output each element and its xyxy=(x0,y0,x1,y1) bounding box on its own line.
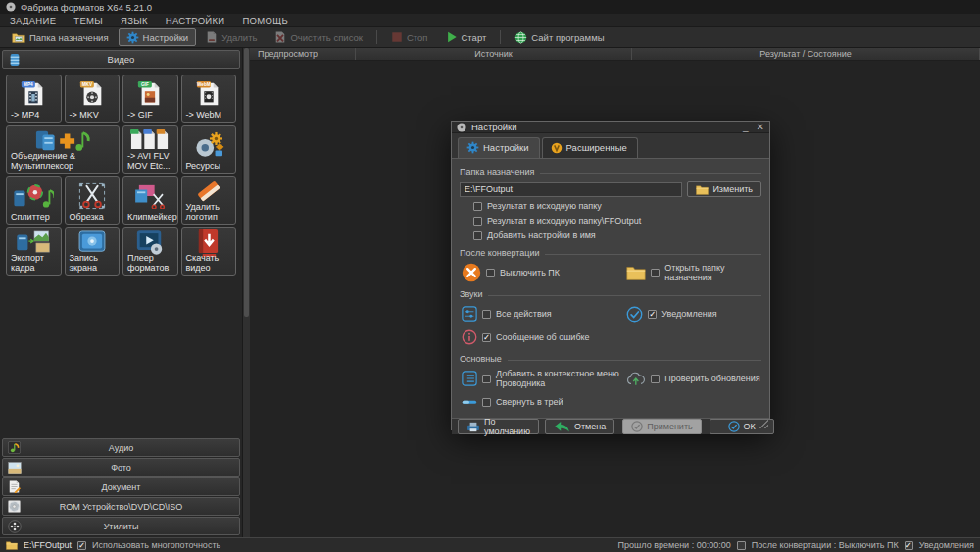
option-add-settings-to-name[interactable]: Добавить настройки в имя xyxy=(473,230,761,240)
option-all-actions[interactable]: Все действия xyxy=(462,304,626,324)
check-updates-checkbox[interactable] xyxy=(651,375,660,383)
join-mux-icon xyxy=(34,126,91,154)
menu-language[interactable]: ЯЗЫК xyxy=(121,15,148,25)
menu-settings[interactable]: НАСТРОЙКИ xyxy=(166,15,225,25)
tile-trim[interactable]: Обрезка xyxy=(65,176,121,225)
change-folder-button[interactable]: Изменить xyxy=(687,181,761,197)
option-check-updates[interactable]: Проверить обновления xyxy=(626,369,761,388)
menu-bar: ЗАДАНИЕТЕМЫЯЗЫКНАСТРОЙКИПОМОЩЬ xyxy=(0,14,980,27)
dialog-title-bar[interactable]: Настройки _ ✕ xyxy=(452,122,769,133)
tile-screen-record[interactable]: Запись экрана xyxy=(65,227,121,276)
tray-minimize-icon xyxy=(462,398,477,406)
tile-splitter[interactable]: Сплиттер xyxy=(6,176,62,225)
sidebar-header-video[interactable]: Видео xyxy=(2,50,240,69)
toolbar-delete-button[interactable]: Удалить xyxy=(198,28,265,46)
multithread-checkbox[interactable] xyxy=(77,541,86,550)
error-info-icon xyxy=(462,329,477,345)
svg-text:GIF: GIF xyxy=(141,82,149,87)
dialog-footer: По умолчанию Отмена Применить ОК xyxy=(452,418,769,434)
video-tools-grid: MP4-> MP4MKV-> MKVGIF-> GIFWebM-> WebMОб… xyxy=(0,70,242,280)
option-open-destination[interactable]: Открыть папку назначения xyxy=(626,263,761,282)
option-minimize-to-tray[interactable]: Свернуть в трей xyxy=(462,392,626,412)
gear-blue-icon xyxy=(126,31,139,44)
all-actions-checkbox[interactable] xyxy=(482,310,491,319)
option-explorer-context-menu[interactable]: Добавить в контекстное меню Проводника xyxy=(462,369,626,388)
tile-remove-logo[interactable]: Удалить логотип xyxy=(181,176,237,225)
menu-task[interactable]: ЗАДАНИЕ xyxy=(10,15,56,25)
menu-themes[interactable]: ТЕМЫ xyxy=(74,15,103,25)
option-result-to-source[interactable]: Результат в исходную папку xyxy=(473,201,761,211)
tile-to-mkv[interactable]: MKV-> MKV xyxy=(65,75,121,123)
toolbar-settings-button[interactable]: Настройки xyxy=(119,28,197,46)
destination-path-input[interactable] xyxy=(460,182,682,197)
tab-settings[interactable]: Настройки xyxy=(458,137,540,158)
after-conversion-checkbox[interactable] xyxy=(737,541,746,550)
result-to-source-checkbox[interactable] xyxy=(473,202,482,211)
tile-to-mp4[interactable]: MP4-> MP4 xyxy=(6,75,62,123)
explorer-context-menu-checkbox[interactable] xyxy=(482,375,491,383)
dialog-close-button[interactable]: ✕ xyxy=(757,122,764,132)
tab-advanced[interactable]: Расширенные xyxy=(542,137,638,158)
apply-button[interactable]: Применить xyxy=(622,419,702,434)
tile-join-mux[interactable]: Объединение & Мультиплексор xyxy=(6,125,120,174)
default-button[interactable]: По умолчанию xyxy=(458,419,539,434)
cancel-button[interactable]: Отмена xyxy=(545,419,614,434)
cat-document-icon xyxy=(8,480,21,493)
section-after-conversion: После конвертации xyxy=(460,248,761,258)
tile-export-frame[interactable]: Экспорт кадра xyxy=(6,227,62,276)
tile-download-video[interactable]: Скачать видео xyxy=(181,227,237,276)
task-list-header: ПредпросмотрИсточникРезультат / Состояни… xyxy=(250,48,980,61)
folder-plain-icon xyxy=(626,265,646,280)
after-conversion-label: После конвертации : Выключить ПК xyxy=(752,540,899,550)
video-icon xyxy=(9,53,21,67)
toolbar-stop-button[interactable]: Стоп xyxy=(383,28,436,46)
toolbar-start-button[interactable]: Старт xyxy=(438,28,495,46)
toolbar-destination-folder-button[interactable]: Папка назначения xyxy=(4,28,117,46)
advanced-v-icon xyxy=(551,142,563,154)
tile-format-player[interactable]: Плеер форматов xyxy=(122,227,178,276)
column-header-2[interactable]: Результат / Состояние xyxy=(632,48,980,60)
tile-to-avi-flv-mov[interactable]: -> AVI FLV MOV Etc... xyxy=(122,125,178,174)
notifications-checkbox[interactable] xyxy=(648,310,657,319)
scrollbar-thumb[interactable] xyxy=(244,48,249,317)
delogo-icon xyxy=(194,178,223,204)
sidebar-scrollbar[interactable] xyxy=(243,48,250,537)
toolbar-separator xyxy=(376,30,377,44)
tile-to-webm[interactable]: WebM-> WebM xyxy=(181,75,237,123)
output-path[interactable]: E:\FFOutput xyxy=(24,540,72,550)
window-title: Фабрика форматов X64 5.21.0 xyxy=(21,2,152,13)
minimize-to-tray-checkbox[interactable] xyxy=(482,398,491,407)
context-menu-icon xyxy=(462,371,477,386)
column-header-0[interactable]: Предпросмотр xyxy=(250,48,356,60)
column-header-1[interactable]: Источник xyxy=(356,48,632,60)
tile-resources[interactable]: Ресурсы xyxy=(181,125,237,174)
toolbar-website-button[interactable]: Сайт программы xyxy=(507,28,612,46)
option-shutdown-pc[interactable]: Выключить ПК xyxy=(462,263,626,282)
option-notifications[interactable]: Уведомления xyxy=(626,304,761,324)
dialog-minimize-button[interactable]: _ xyxy=(743,122,749,132)
resize-grip[interactable] xyxy=(760,420,768,428)
result-to-source-ffoutput-checkbox[interactable] xyxy=(473,217,482,226)
category-audio[interactable]: Аудио xyxy=(2,438,240,457)
category-utilities[interactable]: Утилиты xyxy=(2,517,240,535)
option-result-to-source-ffoutput[interactable]: Результат в исходную папку\FFOutput xyxy=(473,216,761,226)
error-message-checkbox[interactable] xyxy=(482,333,491,342)
menu-help[interactable]: ПОМОЩЬ xyxy=(242,15,287,25)
status-bar: E:\FFOutput Использовать многопоточность… xyxy=(0,537,980,552)
cat-audio-icon xyxy=(8,441,21,454)
dialog-tabs: НастройкиРасширенные xyxy=(452,133,769,158)
shutdown-pc-checkbox[interactable] xyxy=(486,269,495,277)
category-rom-device[interactable]: ROM Устройство\DVD\CD\ISO xyxy=(2,497,240,516)
open-destination-checkbox[interactable] xyxy=(651,269,660,277)
notifications-checkbox[interactable] xyxy=(905,541,913,550)
category-document[interactable]: Документ xyxy=(2,477,240,496)
multithread-label: Использовать многопоточность xyxy=(92,540,220,550)
add-settings-to-name-checkbox[interactable] xyxy=(473,231,482,240)
toolbar-clear-list-button[interactable]: Очистить список xyxy=(267,28,370,46)
tile-clipmaker[interactable]: Клипмейкер xyxy=(122,176,178,225)
option-error-message[interactable]: Сообщение об ошибке xyxy=(462,327,626,347)
export-frame-icon xyxy=(16,229,51,255)
category-photo[interactable]: Фото xyxy=(2,458,240,477)
clipmaker-icon xyxy=(133,183,167,209)
tile-to-gif[interactable]: GIF-> GIF xyxy=(122,75,178,123)
